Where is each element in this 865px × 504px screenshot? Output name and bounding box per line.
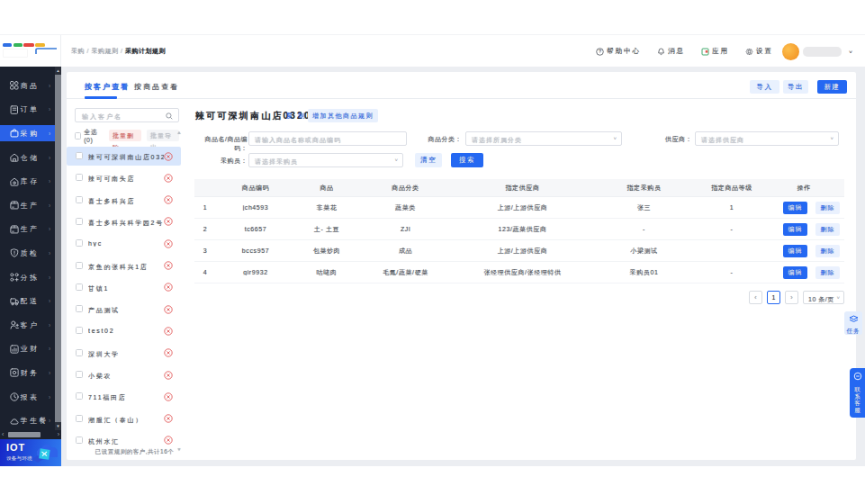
svg-text:?: ? — [599, 49, 601, 54]
